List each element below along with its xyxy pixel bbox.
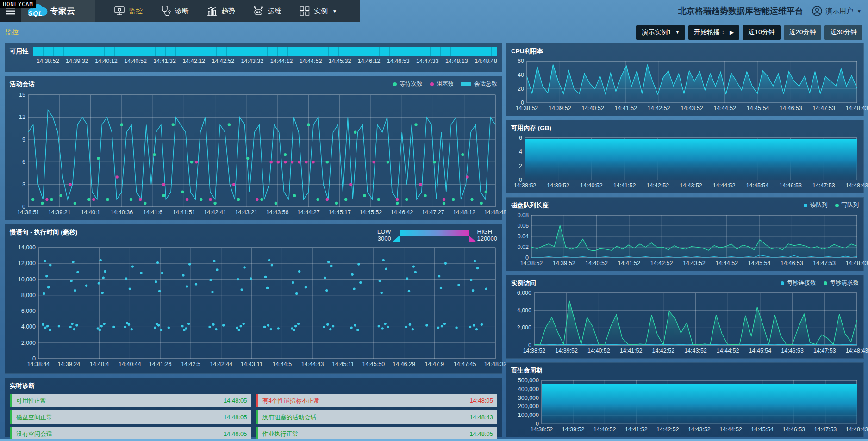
nav-item-operations[interactable]: 运维 [253,6,281,16]
svg-text:0: 0 [525,255,529,261]
legend-item[interactable]: 等待次数 [393,80,423,88]
svg-text:14:41:52: 14:41:52 [620,348,643,354]
legend-item[interactable]: 每秒连接数 [781,279,816,287]
svg-text:14:43:52: 14:43:52 [684,348,707,354]
availability-time-label: 14:43:32 [241,58,264,64]
availability-time-label: 14:39:32 [66,58,88,64]
svg-text:14:44:52: 14:44:52 [717,348,739,354]
main-nav: 监控 诊断 趋势 运维 [114,0,337,22]
range-10min-button[interactable]: 近10分钟 [743,25,781,40]
panel-title: 页生命周期 [511,366,543,375]
memory-chart-canvas[interactable]: 14:38:5214:39:5214:40:5214:41:5214:42:52… [511,134,860,189]
svg-text:6,000: 6,000 [517,290,531,296]
availability-time-label: 14:40:12 [95,58,118,64]
user-menu[interactable]: 演示用户 ▼ [812,6,862,17]
svg-text:14:43:52: 14:43:52 [680,182,702,189]
diagnosis-text: 有4个性能指标不正常 [262,397,320,405]
legend-item[interactable]: 读队列 [804,201,828,209]
svg-text:10,000: 10,000 [18,276,36,283]
availability-time-label: 14:42:52 [212,58,234,64]
range-20min-button[interactable]: 近20分钟 [784,25,822,40]
nav-item-trends[interactable]: 趋势 [206,6,235,16]
panel-page-life: 页生命周期 14:38:5214:39:5214:40:5214:41:5214… [506,362,864,437]
availability-time-label: 14:44:12 [270,58,293,64]
panel-diagnosis: 实时诊断 可用性正常14:48:05有4个性能指标不正常14:48:05磁盘空间… [5,378,502,437]
legend-item[interactable]: 每秒请求数 [824,279,859,287]
diagnosis-item[interactable]: 可用性正常14:48:05 [10,394,251,407]
svg-text:14:48:43: 14:48:43 [846,260,868,267]
gradient-bar[interactable] [395,228,474,242]
diagnosis-time: 14:48:05 [224,397,247,404]
disk-chart-canvas[interactable]: 14:38:5214:39:5214:40:5214:41:5214:42:52… [511,211,860,267]
svg-text:2: 2 [519,163,522,169]
svg-text:14:47:53: 14:47:53 [814,426,837,433]
legend-dot-icon [835,204,839,207]
low-handle[interactable] [392,236,400,242]
svg-text:14:48:43: 14:48:43 [846,348,868,354]
page-life-chart-canvas[interactable]: 14:38:5214:39:5214:40:5214:41:5214:42:52… [511,377,860,433]
svg-text:14:40:52: 14:40:52 [587,348,610,354]
svg-text:14:38:51: 14:38:51 [17,209,40,216]
nav-item-diagnosis[interactable]: 诊断 [160,6,189,16]
legend-label: 每秒连接数 [787,279,816,287]
sessions-chart-canvas[interactable]: 14:38:5114:39:2114:40:114:40:3614:41:614… [10,91,498,216]
panel-cpu: CPU利用率 14:38:5214:39:5214:40:5214:41:521… [506,43,864,116]
cpu-chart-canvas[interactable]: 14:38:5214:39:5214:40:5214:41:5214:42:52… [511,57,860,112]
svg-text:14:42:44: 14:42:44 [210,361,232,367]
svg-text:14:41:52: 14:41:52 [625,426,648,433]
svg-text:14:38:44: 14:38:44 [27,361,50,367]
panel-memory: 可用内存 (GB) 14:38:5214:39:5214:40:5214:41:… [506,120,864,193]
panel-title: 慢语句 - 执行时间 (毫秒) [10,228,77,236]
availability-time-label: 14:48:13 [445,58,468,64]
slow-chart-canvas[interactable]: 14:38:4414:39:2414:40:414:40:4414:41:261… [10,244,498,368]
legend-item[interactable]: 会话总数 [461,80,497,88]
svg-text:14:44:43: 14:44:43 [301,361,324,367]
gradient-scale [400,230,469,236]
svg-text:400,000: 400,000 [518,386,539,392]
panel-title: 可用性 [10,47,29,56]
svg-text:14:46:53: 14:46:53 [780,105,802,112]
svg-text:14:45:54: 14:45:54 [747,105,769,112]
svg-text:14:40:52: 14:40:52 [593,426,616,433]
range-30min-button[interactable]: 近30分钟 [824,25,862,40]
svg-text:14:45:54: 14:45:54 [749,348,772,354]
panel-slow-statements: 慢语句 - 执行时间 (毫秒) LOW 3000 HIGH 120000 14:… [5,224,502,374]
nav-item-instances[interactable]: 实例 ▼ [299,6,337,16]
svg-text:14:45:54: 14:45:54 [746,182,769,189]
svg-text:14:39:52: 14:39:52 [562,426,585,433]
instance-select[interactable]: 演示实例1 ▼ [636,25,685,40]
svg-text:0: 0 [22,204,25,210]
svg-text:14:38:52: 14:38:52 [520,260,543,267]
diagnosis-item[interactable]: 没有阻塞的活动会话14:48:43 [256,410,498,424]
svg-text:14:44:52: 14:44:52 [719,426,742,433]
svg-text:14:40:4: 14:40:4 [90,361,109,367]
legend-dot-icon [804,204,807,207]
start-carousel-button[interactable]: 开始轮播： ▶ [688,25,739,40]
svg-text:14:40:36: 14:40:36 [110,209,133,216]
availability-time-label: 14:48:48 [475,58,497,64]
svg-text:6,000: 6,000 [21,308,36,314]
breadcrumb[interactable]: 监控 [6,28,19,37]
diagnosis-item[interactable]: 磁盘空间正常14:48:05 [10,410,251,424]
legend-item[interactable]: 写队列 [835,201,859,209]
svg-text:20: 20 [518,86,524,92]
svg-text:14:40:52: 14:40:52 [580,182,603,189]
diagnosis-item[interactable]: 有4个性能指标不正常14:48:05 [256,394,498,407]
svg-text:14:43:52: 14:43:52 [688,426,711,433]
svg-text:12,000: 12,000 [18,260,36,267]
carousel-label: 开始轮播： [694,28,726,37]
nav-item-monitoring[interactable]: 监控 [114,6,143,16]
svg-text:14:47:27: 14:47:27 [422,209,444,216]
svg-text:14:46:42: 14:46:42 [391,209,413,216]
legend-label: 每秒请求数 [830,279,859,287]
chevron-down-icon: ▼ [857,9,862,14]
svg-text:0: 0 [32,355,36,362]
high-handle[interactable] [469,236,476,242]
svg-text:14:48:12: 14:48:12 [453,209,475,216]
grid-icon [299,6,310,16]
availability-bar[interactable] [33,47,498,56]
availability-time-label: 14:42:12 [182,58,205,64]
svg-text:14:42:5: 14:42:5 [181,361,200,367]
legend-item[interactable]: 阻塞数 [430,80,454,88]
instance-chart-canvas[interactable]: 14:38:5214:39:5214:40:5214:41:5214:42:52… [511,289,860,354]
